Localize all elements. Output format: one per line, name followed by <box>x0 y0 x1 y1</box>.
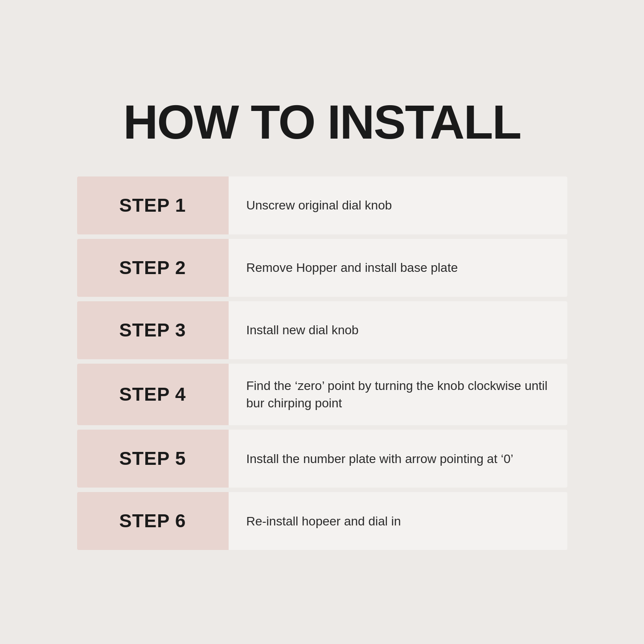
step-description-1: Unscrew original dial knob <box>229 176 567 234</box>
step-row-2: STEP 2Remove Hopper and install base pla… <box>77 239 567 297</box>
page-container: HOW TO INSTALL STEP 1Unscrew original di… <box>77 94 567 550</box>
step-label-4: STEP 4 <box>77 364 229 425</box>
step-label-2: STEP 2 <box>77 239 229 297</box>
step-label-5: STEP 5 <box>77 430 229 488</box>
step-description-6: Re-install hopeer and dial in <box>229 492 567 550</box>
step-description-3: Install new dial knob <box>229 301 567 359</box>
step-row-1: STEP 1Unscrew original dial knob <box>77 176 567 234</box>
step-row-6: STEP 6Re-install hopeer and dial in <box>77 492 567 550</box>
step-description-4: Find the ‘zero’ point by turning the kno… <box>229 364 567 425</box>
main-title: HOW TO INSTALL <box>123 94 521 150</box>
step-label-1: STEP 1 <box>77 176 229 234</box>
step-description-5: Install the number plate with arrow poin… <box>229 430 567 488</box>
step-row-3: STEP 3Install new dial knob <box>77 301 567 359</box>
step-label-6: STEP 6 <box>77 492 229 550</box>
step-label-3: STEP 3 <box>77 301 229 359</box>
step-row-5: STEP 5Install the number plate with arro… <box>77 430 567 488</box>
step-row-4: STEP 4Find the ‘zero’ point by turning t… <box>77 364 567 425</box>
steps-container: STEP 1Unscrew original dial knobSTEP 2Re… <box>77 176 567 550</box>
step-description-2: Remove Hopper and install base plate <box>229 239 567 297</box>
